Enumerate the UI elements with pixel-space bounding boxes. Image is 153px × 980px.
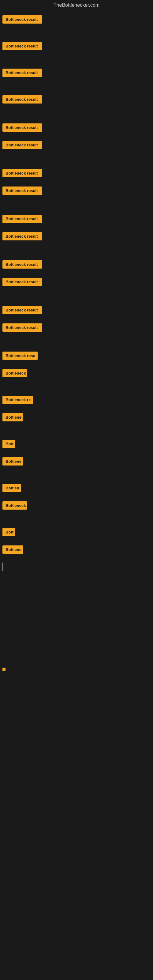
bottleneck-row-14: Bottleneck resu (0, 336, 153, 364)
bottleneck-badge-20[interactable]: Bottlen (2, 484, 21, 492)
bottleneck-badge-5[interactable]: Bottleneck result (2, 141, 42, 149)
bottleneck-row-6: Bottleneck result (0, 153, 153, 181)
bottleneck-row-17: Bottlene (0, 408, 153, 426)
bottleneck-list: Bottleneck resultBottleneck resultBottle… (0, 10, 153, 558)
bottleneck-badge-7[interactable]: Bottleneck result (2, 186, 42, 195)
bottleneck-badge-1[interactable]: Bottleneck result (2, 42, 42, 50)
bottleneck-badge-10[interactable]: Bottleneck result (2, 260, 42, 269)
bottleneck-row-11: Bottleneck result (0, 273, 153, 290)
bottleneck-row-7: Bottleneck result (0, 181, 153, 199)
bottleneck-badge-13[interactable]: Bottleneck result (2, 323, 42, 332)
bottleneck-row-2: Bottleneck result (0, 54, 153, 81)
bottleneck-row-4: Bottleneck result (0, 108, 153, 136)
bottleneck-badge-12[interactable]: Bottleneck result (2, 306, 42, 314)
bottleneck-badge-19[interactable]: Bottlene (2, 457, 23, 466)
bottleneck-row-1: Bottleneck result (0, 28, 153, 54)
bottleneck-row-19: Bottlene (0, 452, 153, 470)
bottleneck-badge-11[interactable]: Bottleneck result (2, 278, 42, 286)
bottleneck-badge-14[interactable]: Bottleneck resu (2, 352, 38, 360)
bottleneck-badge-22[interactable]: Bott (2, 528, 15, 536)
footer-area (0, 576, 153, 759)
bottleneck-row-16: Bottleneck re (0, 382, 153, 408)
bottleneck-row-12: Bottleneck result (0, 290, 153, 318)
bottleneck-badge-6[interactable]: Bottleneck result (2, 169, 42, 177)
bottleneck-badge-3[interactable]: Bottleneck result (2, 95, 42, 103)
bottleneck-badge-21[interactable]: Bottleneck (2, 501, 27, 510)
bottleneck-row-5: Bottleneck result (0, 136, 153, 153)
bottleneck-badge-15[interactable]: Bottleneck (2, 369, 27, 377)
bottleneck-badge-17[interactable]: Bottlene (2, 413, 23, 422)
bottleneck-row-8: Bottleneck result (0, 199, 153, 227)
bottleneck-badge-4[interactable]: Bottleneck result (2, 123, 42, 132)
bottleneck-row-22: Bott (0, 514, 153, 541)
site-title-container: TheBottlenecker.com (0, 0, 153, 10)
bottleneck-row-0: Bottleneck result (0, 10, 153, 28)
bottleneck-row-3: Bottleneck result (0, 81, 153, 108)
footer-dot (2, 668, 5, 671)
bottleneck-badge-23[interactable]: Bottlene (2, 546, 23, 554)
bottleneck-row-23: Bottlene (0, 541, 153, 558)
bottleneck-row-21: Bottleneck (0, 496, 153, 514)
bottleneck-row-9: Bottleneck result (0, 227, 153, 245)
bottleneck-row-20: Bottlen (0, 470, 153, 496)
site-title: TheBottlenecker.com (0, 0, 153, 10)
bottleneck-badge-18[interactable]: Bott (2, 440, 15, 448)
bottleneck-row-15: Bottleneck (0, 364, 153, 382)
bottleneck-badge-8[interactable]: Bottleneck result (2, 215, 42, 223)
bottleneck-badge-2[interactable]: Bottleneck result (2, 68, 42, 77)
bottleneck-badge-16[interactable]: Bottleneck re (2, 396, 33, 404)
cursor-indicator (2, 563, 3, 571)
bottleneck-row-18: Bott (0, 426, 153, 452)
bottleneck-row-10: Bottleneck result (0, 245, 153, 273)
bottleneck-row-13: Bottleneck result (0, 318, 153, 336)
bottleneck-badge-9[interactable]: Bottleneck result (2, 232, 42, 240)
bottleneck-badge-0[interactable]: Bottleneck result (2, 15, 42, 24)
